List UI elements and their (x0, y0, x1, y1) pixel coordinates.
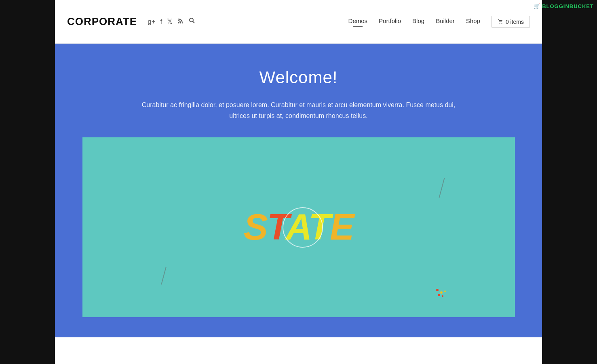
cart-icon (498, 19, 503, 25)
site-header: CORPORATE g+ f 𝕏 (55, 0, 542, 44)
nav-blog[interactable]: Blog (412, 17, 424, 26)
letter-s: S (244, 207, 267, 247)
site-wrapper: CORPORATE g+ f 𝕏 (55, 0, 542, 364)
site-nav: Demos Portfolio Blog Builder Shop 0 item… (348, 16, 530, 28)
dot-4 (442, 295, 443, 297)
site-logo: CORPORATE (67, 15, 137, 28)
header-left: CORPORATE g+ f 𝕏 (67, 15, 195, 28)
svg-point-3 (499, 23, 500, 24)
hero-section: Welcome! Curabitur ac fringilla dolor, e… (55, 44, 542, 337)
rss-icon[interactable] (177, 17, 184, 26)
search-icon[interactable] (189, 17, 195, 26)
cart-button[interactable]: 0 items (492, 16, 530, 28)
cart-label: 0 items (506, 19, 524, 25)
nav-builder[interactable]: Builder (436, 17, 455, 26)
facebook-icon[interactable]: f (160, 18, 162, 26)
hero-title: Welcome! (63, 68, 534, 87)
svg-point-0 (178, 22, 179, 23)
deco-line-2 (161, 267, 167, 285)
hero-description: Curabitur ac fringilla dolor, et posuere… (133, 99, 464, 121)
preview-box: STATE (82, 137, 515, 317)
social-icons: g+ f 𝕏 (148, 17, 195, 26)
svg-point-1 (190, 18, 193, 22)
svg-point-4 (501, 23, 502, 24)
deco-line-1 (439, 178, 445, 198)
nav-demos[interactable]: Demos (348, 17, 368, 26)
twitter-icon[interactable]: 𝕏 (167, 17, 173, 26)
nav-portfolio[interactable]: Portfolio (379, 17, 401, 26)
dot-1 (436, 289, 439, 291)
dot-5 (444, 290, 446, 292)
dot-2 (440, 291, 443, 294)
letter-e: E (330, 207, 353, 247)
google-plus-icon[interactable]: g+ (148, 18, 155, 26)
state-graphic: STATE (238, 203, 359, 252)
watermark-text: 🛒 BLOGGINBUCKET (534, 3, 594, 9)
nav-shop[interactable]: Shop (466, 17, 480, 26)
dot-3 (438, 294, 440, 296)
svg-line-2 (193, 21, 194, 23)
circle-overlay (283, 207, 323, 248)
